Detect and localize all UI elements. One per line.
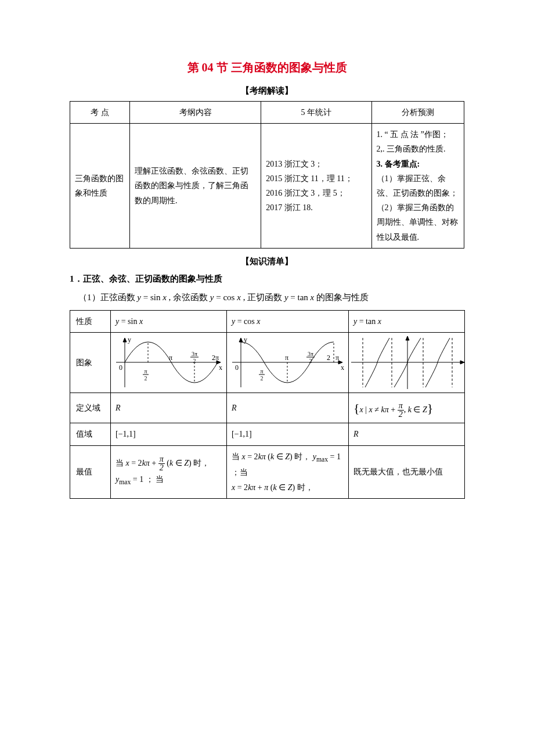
svg-marker-39	[406, 336, 409, 340]
table-row-range: 值域 [−1,1] [−1,1] R	[70, 423, 465, 445]
cell-sin-head: y = sin x	[111, 310, 227, 332]
svg-text:2: 2	[193, 358, 196, 364]
page-title: 第 04 节 三角函数的图象与性质	[70, 58, 464, 77]
sin-graph-icon: 0 y x π 2π π 2 3π 2	[113, 335, 226, 390]
analysis-line: （2）掌握三角函数的周期性、单调性、对称性以及最值.	[377, 200, 459, 244]
cell-tan-graph	[349, 332, 465, 393]
svg-text:2π: 2π	[212, 354, 219, 362]
cell-extreme-label: 最值	[70, 445, 111, 498]
cell-cos-graph: 0 y x π 2 π π 2 3π 2	[227, 332, 349, 393]
cell-cos-domain: R	[227, 393, 349, 423]
stat-line: 2016 浙江文 3，理 5；	[266, 186, 366, 200]
table-header-row: 考 点 考纲内容 5 年统计 分析预测	[70, 102, 464, 124]
section-kgjd: 【考纲解读】	[70, 84, 464, 98]
cell-tan-range: R	[349, 423, 465, 445]
cell-content: 理解正弦函数、余弦函数、正切函数的图象与性质，了解三角函数的周期性.	[129, 124, 261, 249]
svg-marker-3	[123, 338, 127, 342]
cell-tan-domain: {x | x ≠ kπ + π2, k ∈ Z}	[349, 393, 465, 423]
table-row: 性质 y = sin x y = cos x y = tan x	[70, 310, 465, 332]
tan-graph-icon	[351, 335, 464, 390]
svg-marker-21	[239, 338, 243, 342]
cell-range-label: 值域	[70, 423, 111, 445]
cell-graph-label: 图象	[70, 332, 111, 393]
svg-marker-37	[460, 361, 464, 364]
th-analysis: 分析预测	[371, 102, 464, 124]
cell-domain-label: 定义域	[70, 393, 111, 423]
svg-text:2: 2	[309, 358, 312, 364]
section-zsqd: 【知识清单】	[70, 254, 464, 268]
svg-text:3π: 3π	[308, 351, 313, 357]
cell-sin-extreme: 当 x = 2kπ + π2 (k ∈ Z) 时， ymax = 1 ； 当	[111, 445, 227, 498]
cell-cos-range: [−1,1]	[227, 423, 349, 445]
subheading-functions: （1）正弦函数 y = sin x , 余弦函数 y = cos x , 正切函…	[70, 290, 464, 304]
cell-analysis: 1. “ 五 点 法 ”作图； 2,. 三角函数的性质. 3. 备考重点: （1…	[371, 124, 464, 249]
table-row-extreme: 最值 当 x = 2kπ + π2 (k ∈ Z) 时， ymax = 1 ； …	[70, 445, 465, 498]
cos-graph-icon: 0 y x π 2 π π 2 3π 2	[229, 335, 348, 390]
svg-text:2: 2	[145, 375, 147, 381]
cell-sin-domain: R	[111, 393, 227, 423]
stat-line: 2015 浙江文 11，理 11；	[266, 171, 366, 186]
svg-text:0: 0	[235, 363, 239, 372]
cell-kp: 三角函数的图象和性质	[70, 124, 130, 249]
subline-text: （1）正弦函数	[78, 293, 137, 302]
analysis-line: 1. “ 五 点 法 ”作图；	[377, 127, 459, 142]
svg-text:x: x	[219, 363, 222, 372]
th-content: 考纲内容	[129, 102, 261, 124]
svg-text:π: π	[260, 368, 263, 375]
svg-text:π: π	[285, 354, 288, 362]
svg-text:π: π	[169, 354, 172, 362]
cell-prop-label: 性质	[70, 310, 111, 332]
analysis-line: 2,. 三角函数的性质.	[377, 142, 459, 156]
svg-text:2: 2	[261, 375, 264, 381]
properties-table: 性质 y = sin x y = cos x y = tan x 图象 0 y	[70, 310, 465, 499]
svg-text:2: 2	[327, 354, 330, 362]
cell-stats: 2013 浙江文 3； 2015 浙江文 11，理 11； 2016 浙江文 3…	[261, 124, 371, 249]
svg-text:y: y	[128, 336, 131, 344]
svg-text:π: π	[335, 354, 339, 362]
table-row-graph: 图象 0 y x π 2π π	[70, 332, 465, 393]
table-row-domain: 定义域 R R {x | x ≠ kπ + π2, k ∈ Z}	[70, 393, 465, 423]
cell-tan-extreme: 既无最大值，也无最小值	[349, 445, 465, 498]
cell-tan-head: y = tan x	[349, 310, 465, 332]
cell-sin-graph: 0 y x π 2π π 2 3π 2	[111, 332, 227, 393]
cell-sin-range: [−1,1]	[111, 423, 227, 445]
svg-text:0: 0	[119, 363, 122, 372]
th-kp: 考 点	[70, 102, 130, 124]
svg-text:π: π	[144, 368, 147, 375]
analysis-line: （1）掌握正弦、余弦、正切函数的图象；	[377, 171, 459, 200]
table-row: 三角函数的图象和性质 理解正弦函数、余弦函数、正切函数的图象与性质，了解三角函数…	[70, 124, 464, 249]
heading-functions: 1．正弦、余弦、正切函数的图象与性质	[70, 272, 464, 286]
stat-line: 2013 浙江文 3；	[266, 157, 366, 171]
svg-text:x: x	[341, 363, 344, 372]
cell-cos-extreme: 当 x = 2kπ (k ∈ Z) 时， ymax = 1 ；当 x = 2kπ…	[227, 445, 349, 498]
stat-line: 2017 浙江 18.	[266, 200, 366, 215]
cell-cos-head: y = cos x	[227, 310, 349, 332]
analysis-line: 3. 备考重点:	[377, 157, 459, 171]
svg-text:3π: 3π	[192, 351, 197, 357]
syllabus-table: 考 点 考纲内容 5 年统计 分析预测 三角函数的图象和性质 理解正弦函数、余弦…	[70, 101, 464, 249]
svg-text:y: y	[244, 336, 247, 344]
th-stats: 5 年统计	[261, 102, 371, 124]
